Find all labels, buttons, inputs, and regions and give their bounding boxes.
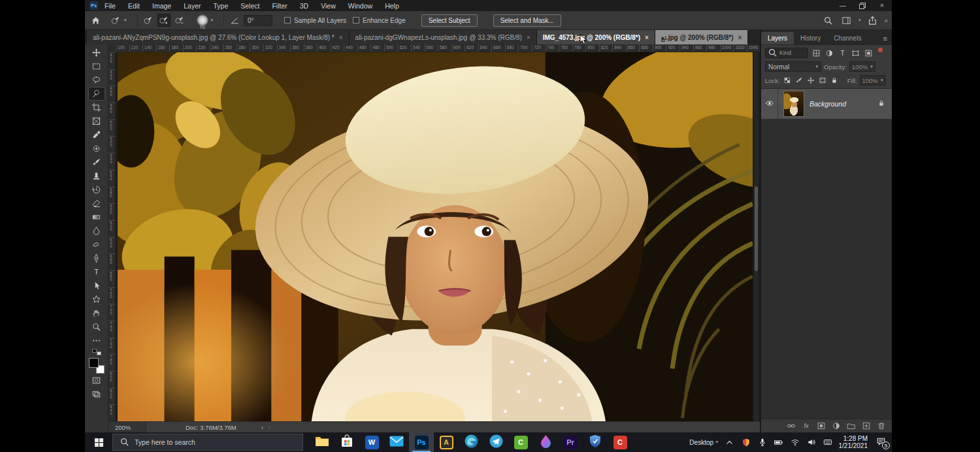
blend-mode-select[interactable]: Normal ▾ xyxy=(765,61,821,72)
chevron-up-icon[interactable] xyxy=(725,437,735,447)
taskbar-search-input[interactable]: Type here to search xyxy=(112,434,303,451)
pixel-filter-icon[interactable] xyxy=(811,48,822,58)
quick-selection-tool[interactable] xyxy=(88,87,105,101)
menu-item-image[interactable]: Image xyxy=(152,2,171,10)
document-tab-4[interactable]: تع.jpg @ 200% (RGB/8*)× xyxy=(655,30,749,44)
close-icon[interactable]: × xyxy=(527,34,531,41)
smudge-tool[interactable] xyxy=(88,238,105,251)
menu-item-layer[interactable]: Layer xyxy=(184,2,201,10)
type-tool[interactable]: T xyxy=(88,265,105,279)
menu-item-type[interactable]: Type xyxy=(213,2,228,10)
ellipsis-tool[interactable] xyxy=(88,334,105,347)
taskbar-clock[interactable]: 1:28 PM 1/21/2021 xyxy=(839,435,868,449)
taskbar-app-ms-store[interactable] xyxy=(335,432,359,452)
swap-swatches-icon[interactable] xyxy=(92,349,101,355)
battery-icon[interactable] xyxy=(774,437,784,447)
menu-item-help[interactable]: Help xyxy=(385,2,399,10)
defender-icon[interactable] xyxy=(741,437,751,447)
quick-mask-button[interactable] xyxy=(88,374,105,387)
foreground-color-swatch[interactable] xyxy=(89,358,99,368)
vertical-scrollbar[interactable] xyxy=(753,52,759,421)
panel-menu-icon[interactable]: ≡ xyxy=(879,35,892,44)
taskbar-app-antivirus-shield[interactable] xyxy=(583,432,608,452)
gradient-tool[interactable] xyxy=(88,210,105,224)
smart-filter-icon[interactable] xyxy=(863,48,874,58)
taskbar-app-telegram[interactable] xyxy=(483,432,508,452)
filter-toggle-icon[interactable] xyxy=(878,48,883,52)
lock-position-icon[interactable] xyxy=(806,76,816,86)
taskbar-app-idm[interactable]: A xyxy=(434,432,459,452)
taskbar-app-file-explorer[interactable] xyxy=(310,432,335,452)
shape-filter-icon[interactable] xyxy=(850,48,861,58)
pen-tool[interactable] xyxy=(88,251,105,265)
taskbar-app-paint-3d[interactable] xyxy=(533,432,558,452)
status-popup-chevron[interactable]: › xyxy=(261,424,263,431)
minimize-button[interactable]: — xyxy=(833,0,853,11)
delete-layer-icon[interactable] xyxy=(876,421,887,431)
zoom-level-field[interactable]: 200% xyxy=(108,422,146,432)
taskbar-app-camtasia[interactable]: C xyxy=(508,432,533,452)
taskbar-app-premiere[interactable]: Pr xyxy=(558,432,583,452)
enhance-edge-checkbox[interactable]: Enhance Edge xyxy=(353,17,406,24)
blur-tool[interactable] xyxy=(88,224,105,238)
layer-visibility-toggle[interactable] xyxy=(761,89,778,119)
options-overflow-chevron[interactable]: » xyxy=(884,17,888,24)
spot-healing-tool[interactable] xyxy=(88,142,105,155)
restore-button[interactable] xyxy=(853,0,872,11)
brush-size-preview[interactable]: 70 xyxy=(197,14,208,26)
zoom-tool[interactable] xyxy=(88,320,105,334)
menu-item-edit[interactable]: Edit xyxy=(128,2,140,10)
taskbar-app-photoshop[interactable]: Ps xyxy=(409,432,434,452)
panel-tab-layers[interactable]: Layers xyxy=(761,32,794,44)
new-group-icon[interactable] xyxy=(846,421,857,431)
tool-preset-caret-icon[interactable]: ▾ xyxy=(124,18,127,23)
screen-mode-button[interactable] xyxy=(88,387,105,401)
layer-row-background[interactable]: Background xyxy=(761,89,892,119)
select-and-mask-button[interactable]: Select and Mask... xyxy=(493,14,561,27)
type-filter-icon[interactable]: T xyxy=(837,48,848,58)
hand-tool[interactable] xyxy=(88,306,105,320)
touch-keyboard-icon[interactable] xyxy=(823,437,833,447)
lasso-tool[interactable] xyxy=(88,73,105,87)
custom-shape-tool[interactable] xyxy=(88,293,105,306)
lock-artboard-icon[interactable] xyxy=(818,76,828,86)
menu-item-window[interactable]: Window xyxy=(348,2,372,10)
home-icon[interactable] xyxy=(89,14,102,27)
status-scroll-chevron[interactable]: ‹ xyxy=(269,424,270,430)
selection-brush-subtract-icon[interactable] xyxy=(173,14,186,27)
desktop-toolbar[interactable]: Desktop » xyxy=(689,439,718,446)
document-tab-1[interactable]: ali-pazani-ANyZqmPSN9g-unsplash.jpg @ 27… xyxy=(87,30,350,44)
history-brush-tool[interactable] xyxy=(88,183,105,197)
panel-tab-history[interactable]: History xyxy=(794,32,827,44)
lock-transparency-icon[interactable] xyxy=(783,76,792,86)
brush-tool[interactable] xyxy=(88,155,105,169)
workspace-switcher-icon[interactable] xyxy=(840,14,853,27)
document-viewport[interactable] xyxy=(116,52,760,421)
taskbar-app-mail[interactable] xyxy=(384,432,409,452)
link-layers-icon[interactable] xyxy=(786,421,796,431)
layer-thumbnail[interactable] xyxy=(783,91,804,117)
new-layer-icon[interactable] xyxy=(861,421,872,431)
layer-name[interactable]: Background xyxy=(809,100,846,108)
rect-marquee-tool[interactable] xyxy=(88,59,105,73)
layer-filter-search[interactable]: Kind xyxy=(765,48,808,58)
color-swatches[interactable] xyxy=(89,358,105,374)
taskbar-app-red-c-app[interactable]: C xyxy=(608,432,632,452)
crop-tool[interactable] xyxy=(88,101,105,114)
menu-item-select[interactable]: Select xyxy=(240,2,259,10)
vertical-scrollbar-thumb[interactable] xyxy=(755,186,758,271)
path-select-tool[interactable] xyxy=(88,279,105,293)
opacity-field[interactable]: 100% ▾ xyxy=(849,61,875,72)
taskbar-app-word[interactable]: W xyxy=(359,432,384,452)
layer-effects-icon[interactable]: fx xyxy=(801,421,811,431)
frame-tool[interactable] xyxy=(88,114,105,128)
sample-all-layers-checkbox[interactable]: Sample All Layers xyxy=(284,17,346,24)
menu-item-filter[interactable]: Filter xyxy=(272,2,287,10)
close-icon[interactable]: × xyxy=(339,34,343,41)
lock-paint-icon[interactable] xyxy=(794,76,804,86)
new-adjustment-icon[interactable] xyxy=(831,421,841,431)
close-button[interactable]: × xyxy=(872,0,892,11)
fill-field[interactable]: 100% ▾ xyxy=(860,75,886,86)
clone-stamp-tool[interactable] xyxy=(88,169,105,183)
ruler-corner[interactable] xyxy=(108,44,116,52)
